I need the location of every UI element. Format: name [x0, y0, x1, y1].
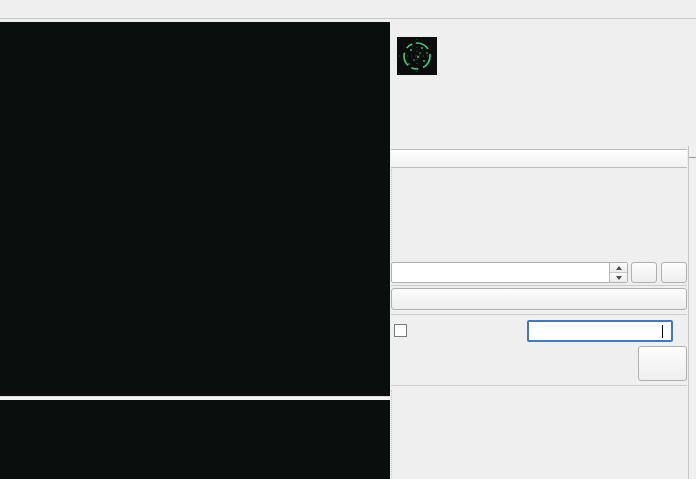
- waveform-imag-view[interactable]: [0, 400, 390, 479]
- separator: [391, 385, 687, 386]
- separator: [391, 285, 687, 286]
- scrollbar-mark: [689, 157, 696, 158]
- waveform-real-view[interactable]: [0, 22, 390, 396]
- spin-up-button[interactable]: [610, 263, 627, 273]
- text-cursor: [662, 325, 663, 338]
- frequency-spin-row: [391, 262, 688, 283]
- prev-frequency-button[interactable]: [631, 262, 657, 283]
- iq-constellation-icon: [397, 37, 437, 75]
- spin-down-icon: [616, 276, 622, 280]
- show-velocity-distribution-button[interactable]: [391, 288, 687, 310]
- spin-up-icon: [616, 266, 622, 270]
- frequency-spinbox[interactable]: [391, 262, 628, 283]
- measurements-section-header[interactable]: [391, 149, 687, 168]
- time-window-app: [0, 0, 696, 479]
- panel-scrollbar[interactable]: [688, 146, 696, 479]
- waveform-area: [0, 22, 390, 479]
- next-frequency-button[interactable]: [661, 262, 687, 283]
- scrollbar-up-icon: [689, 146, 696, 156]
- periodic-selection-checkbox[interactable]: [394, 324, 407, 337]
- separator: [391, 314, 687, 315]
- periodic-selection-row: [391, 321, 688, 342]
- time-tools-panel: [391, 19, 688, 479]
- selection-info-table: [391, 390, 688, 479]
- spinner-buttons: [609, 263, 627, 282]
- spin-down-button[interactable]: [610, 273, 627, 282]
- lock-button[interactable]: [638, 346, 687, 381]
- cycles-input[interactable]: [527, 320, 673, 342]
- measurements-table: [391, 169, 688, 261]
